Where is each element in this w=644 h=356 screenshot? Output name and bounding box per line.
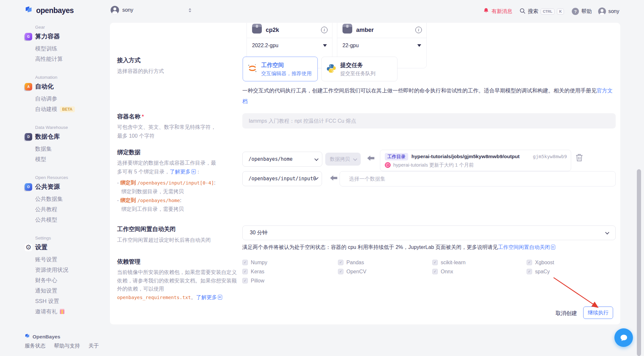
mount-select-input0[interactable]: /openbayes/input/input0	[242, 171, 322, 186]
checkbox-pandas: ✓Pandas	[338, 259, 432, 266]
access-mode-note: 一种交互式的代码执行工具，创建工作空间后我们可以在其上做一些即时的命令执行和尝试…	[242, 85, 616, 107]
sidebar-item-public-resources[interactable]: O 公共资源	[25, 183, 106, 191]
checkbox[interactable]: ✓	[432, 260, 438, 265]
checkbox[interactable]: ✓	[338, 260, 343, 265]
search-label: 搜索	[528, 8, 538, 15]
bound-dataset-id: gjm5kyw8mwb9	[533, 154, 567, 159]
checkbox[interactable]: ✓	[242, 278, 248, 283]
sidebar-item-referral[interactable]: 邀请有礼	[35, 307, 106, 317]
sidebar: Gear G 算力容器 模型训练 高性能计算 Automation A 自动化 …	[25, 25, 106, 327]
checkbox-spacy: ✓spaCy	[527, 268, 616, 275]
workspace-selector[interactable]: sony	[111, 6, 191, 14]
image-version-select-cp2k[interactable]: 2022.2-gpu	[247, 38, 332, 53]
sidebar-item-models[interactable]: 模型	[35, 154, 106, 165]
sidebar-item-public-datasets[interactable]: 公共数据集	[35, 194, 106, 204]
mount-select-home[interactable]: /openbayes/home	[242, 152, 322, 167]
checkbox[interactable]: ✓	[242, 260, 248, 265]
deps-learn-more-link[interactable]: 了解更多	[196, 294, 217, 300]
footer-link-status[interactable]: 服务状态	[25, 343, 46, 349]
jupyter-icon	[248, 63, 257, 75]
help-label: 帮助	[581, 8, 592, 15]
help-button[interactable]: ? 帮助	[572, 8, 592, 15]
checkbox[interactable]: ✓	[432, 269, 438, 274]
sidebar-item-public-tutorials[interactable]: 公共教程	[35, 204, 106, 215]
red-annotation-arrow	[550, 275, 605, 312]
option-workspace-subtitle: 交互编辑器，推荐使用	[261, 70, 312, 77]
data-copy-button[interactable]: 数据拷贝	[325, 153, 361, 166]
package-icon	[342, 24, 352, 34]
sidebar-section-label-data-warehouse: Data Warehouse	[35, 125, 106, 130]
checkbox[interactable]: ✓	[242, 269, 248, 274]
warehouse-icon: D	[25, 133, 32, 141]
openbayes-logo[interactable]: openbayes	[25, 6, 74, 15]
user-menu[interactable]: sony	[598, 7, 619, 15]
bind-data-desc: 选择要绑定的数据仓库或容器工作目录，最多可有 5 个绑定目录，了解更多：	[117, 159, 218, 176]
checkbox[interactable]: ✓	[527, 260, 532, 265]
bound-dataset-card[interactable]: 工作目录 hyperai-tutorials/jobs/gjm5kyw8mwb9…	[380, 150, 571, 171]
dropdown-triangle-icon	[417, 44, 421, 47]
gear-icon: ⚙	[25, 244, 32, 251]
chevron-down-icon	[315, 177, 318, 180]
footer-link-support[interactable]: 帮助与支持	[54, 343, 80, 349]
idle-shutdown-note: 满足两个条件将被认为处于空闲状态：容器的 cpu 利用率持续低于 2%，Jupy…	[242, 244, 620, 251]
info-icon[interactable]: i	[415, 27, 422, 33]
bound-dataset-meta: hyperai-tutorials 更新于大约 1 个月前	[393, 162, 474, 168]
dependencies-title: 依赖管理	[117, 258, 141, 266]
idle-timeout-select[interactable]: 30 分钟	[242, 226, 616, 240]
checkbox-pillow: ✓Pillow	[242, 277, 338, 284]
sidebar-item-billing-center[interactable]: 财务中心	[35, 275, 106, 286]
chat-widget-button[interactable]	[614, 328, 633, 347]
footer-link-about[interactable]: 关于	[88, 343, 99, 349]
bullet-input-mount: - 绑定到 /openbayes/input/input[0-4]: 绑定到数据…	[117, 178, 221, 196]
sidebar-item-notification-settings[interactable]: 通知设置	[35, 286, 106, 296]
sidebar-item-hpc[interactable]: 高性能计算	[35, 54, 106, 64]
container-name-input[interactable]	[242, 113, 616, 129]
dependencies-desc: 当前镜像中所安装的依赖包，如果您需要安装自定义依赖，请参考我们的依赖安装文档。如…	[117, 268, 241, 301]
search-button[interactable]: 搜索 CTRL K	[519, 8, 564, 15]
gift-icon	[60, 310, 64, 314]
sidebar-item-automation[interactable]: A 自动化	[25, 82, 106, 91]
idle-shutdown-link[interactable]: 工作空间闲置自动关闭	[498, 244, 550, 250]
workspace-name: sony	[122, 7, 133, 13]
option-task-subtitle: 提交至任务队列	[340, 70, 376, 77]
vertical-scrollbar[interactable]	[637, 169, 641, 356]
checkbox[interactable]: ✓	[527, 269, 532, 274]
arrow-left-icon	[330, 175, 338, 183]
sidebar-item-settings[interactable]: ⚙ 设置	[25, 243, 106, 252]
bind-data-bullets: - 绑定到 /openbayes/input/input[0-4]: 绑定到数据…	[117, 178, 221, 213]
doc-icon	[551, 245, 555, 250]
compute-icon: G	[25, 33, 32, 40]
sidebar-item-model-training[interactable]: 模型训练	[35, 44, 106, 54]
requirements-file-code: openbayes_requirements.txt	[117, 295, 191, 300]
bullet-home-mount: - 绑定到 /openbayes/home: 绑定到工作目录，需要拷贝	[117, 196, 221, 213]
option-workspace[interactable]: 工作空间 交互编辑器，推荐使用	[243, 57, 318, 81]
sidebar-item-auto-modeling[interactable]: 自动建模 BETA	[35, 104, 106, 115]
sidebar-item-data-warehouse[interactable]: D 数据仓库	[25, 132, 106, 141]
user-avatar	[598, 7, 606, 15]
checkbox[interactable]: ✓	[338, 269, 343, 274]
sidebar-item-public-models[interactable]: 公共模型	[35, 215, 106, 225]
sidebar-item-compute-containers[interactable]: G 算力容器	[25, 32, 106, 41]
info-icon[interactable]: i	[321, 27, 328, 33]
learn-more-link[interactable]: 了解更多	[170, 169, 191, 174]
doc-icon	[218, 295, 222, 300]
python-icon	[326, 63, 336, 75]
sidebar-item-account-settings[interactable]: 账号设置	[35, 254, 106, 265]
question-icon: ?	[572, 8, 579, 15]
required-asterisk: *	[142, 114, 144, 119]
bound-dataset-path: hyperai-tutorials/jobs/gjm5kyw8mwb9/outp…	[411, 154, 530, 159]
sidebar-item-ssh-settings[interactable]: SSH 设置	[35, 296, 106, 307]
trash-icon[interactable]	[576, 154, 583, 163]
dataset-picker-input[interactable]	[340, 171, 616, 186]
search-icon	[519, 8, 526, 15]
notifications-button[interactable]: 有新消息	[483, 7, 512, 15]
sidebar-item-datasets[interactable]: 数据集	[35, 144, 106, 154]
sidebar-item-resource-usage[interactable]: 资源使用状况	[35, 265, 106, 275]
checkbox-xgboost: ✓Xgboost	[527, 259, 616, 266]
sidebar-section-label-gear: Gear	[35, 25, 106, 30]
sidebar-item-auto-tuning[interactable]: 自动调参	[35, 94, 106, 104]
option-task[interactable]: 提交任务 提交至任务队列	[321, 57, 397, 81]
checkbox-scikit-learn: ✓scikit-learn	[432, 259, 527, 266]
sidebar-section-label-open-resources: Open Resources	[35, 175, 106, 180]
image-version-select-amber[interactable]: 22-gpu	[337, 38, 426, 53]
